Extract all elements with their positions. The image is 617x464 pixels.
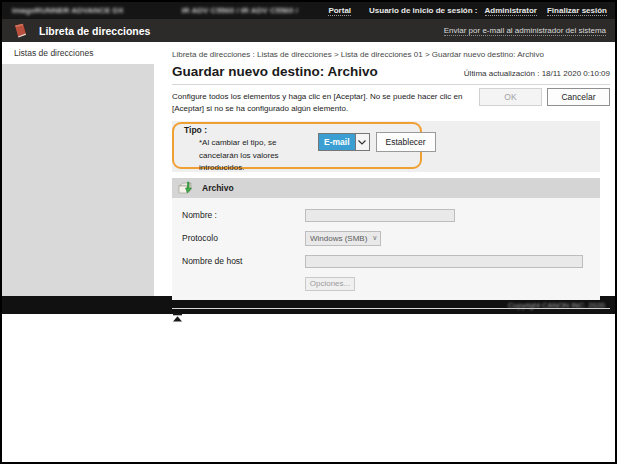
chevron-down-icon	[355, 134, 369, 150]
protocol-row: Protocolo Windows (SMB) ∨	[172, 231, 600, 245]
file-section-header: Archivo	[172, 178, 600, 198]
mail-to-admin-link[interactable]: Enviar por e-mail al administrador del s…	[444, 26, 606, 36]
portal-link[interactable]: Portal	[328, 6, 351, 16]
breadcrumb-root: Libreta de direcciones :	[172, 50, 255, 59]
login-user-name-link[interactable]: Administrator	[485, 6, 537, 16]
top-bar-links: Portal Usuario de inicio de sesión : Adm…	[328, 6, 607, 16]
options-button[interactable]: Opciones...	[305, 277, 355, 291]
type-note-line-2: cancelarán los valores	[199, 150, 279, 163]
type-note-line-1: *Al cambiar el tipo, se	[199, 137, 279, 150]
copyright-redacted: Copyright CANON INC. 2020	[508, 301, 605, 310]
sidebar-item-listas-de-direcciones[interactable]: Listas de direcciones	[2, 42, 154, 64]
breadcrumb-separator: >	[425, 50, 430, 59]
protocol-select[interactable]: Windows (SMB) ∨	[305, 231, 381, 246]
action-row: Configure todos los elementos y haga cli…	[172, 88, 610, 114]
file-section-title: Archivo	[202, 183, 234, 193]
host-row: Nombre de host	[172, 254, 600, 268]
breadcrumb: Libreta de direcciones : Listas de direc…	[172, 50, 610, 59]
empty-bottom-area	[2, 314, 615, 462]
type-note: *Al cambiar el tipo, se cancelarán los v…	[199, 137, 279, 175]
remote-ui-window: imageRUNNER ADVANCE DX iR ADV C5560 / iR…	[0, 0, 617, 464]
chevron-down-icon: ∨	[372, 234, 377, 242]
ok-button[interactable]: OK	[479, 88, 542, 106]
file-destination-box-icon	[177, 180, 193, 196]
title-divider	[172, 84, 610, 85]
last-updated-text: Última actualización : 18/11 2020 0:10:0…	[464, 69, 610, 78]
scroll-to-top-icon[interactable]	[172, 313, 184, 322]
protocol-select-value: Windows (SMB)	[310, 234, 367, 243]
sidebar: Listas de direcciones	[2, 42, 154, 296]
logout-link[interactable]: Finalizar sesión	[547, 6, 607, 16]
type-section: Tipo : *Al cambiar el tipo, se cancelará…	[172, 121, 600, 172]
device-name-redacted: iR ADV C5560 / iR ADV C5560 /	[182, 6, 298, 15]
address-book-icon	[11, 22, 29, 40]
device-model-redacted: imageRUNNER ADVANCE DX	[12, 6, 124, 15]
main-area: Listas de direcciones Libreta de direcci…	[2, 42, 615, 296]
cancel-button[interactable]: Cancelar	[547, 88, 610, 106]
host-label: Nombre de host	[172, 256, 305, 266]
set-button[interactable]: Establecer	[376, 132, 436, 152]
page-buttons: OK Cancelar	[479, 88, 610, 114]
type-controls: E-mail Establecer	[318, 132, 436, 152]
name-label: Nombre :	[172, 210, 305, 220]
content-pane: Libreta de direcciones : Listas de direc…	[154, 42, 617, 296]
app-bar: Libreta de direcciones Enviar por e-mail…	[2, 19, 615, 42]
title-row: Guardar nuevo destino: Archivo Última ac…	[172, 64, 610, 79]
type-note-line-3: introducidos.	[199, 162, 279, 175]
breadcrumb-link-address-list-01[interactable]: Lista de direcciones 01	[341, 50, 423, 59]
instructions-text: Configure todos los elementos y haga cli…	[172, 91, 462, 114]
type-label: Tipo :	[184, 125, 207, 135]
app-title: Libreta de direcciones	[39, 25, 150, 37]
instructions-line-1: Configure todos los elementos y haga cli…	[172, 91, 462, 103]
page-title: Guardar nuevo destino: Archivo	[172, 64, 378, 79]
protocol-label: Protocolo	[172, 233, 305, 243]
name-input[interactable]	[305, 209, 455, 222]
name-row: Nombre :	[172, 208, 600, 222]
top-bar: imageRUNNER ADVANCE DX iR ADV C5560 / iR…	[2, 2, 615, 19]
instructions-line-2: [Aceptar] si no se ha configurado algún …	[172, 103, 462, 115]
breadcrumb-current: Guardar nuevo destino: Archivo	[432, 50, 544, 59]
type-select-value: E-mail	[319, 134, 355, 150]
breadcrumb-separator: >	[334, 50, 339, 59]
file-form: Nombre : Protocolo Windows (SMB) ∨ Nombr…	[172, 198, 600, 300]
breadcrumb-link-address-lists[interactable]: Listas de direcciones	[257, 50, 332, 59]
host-input[interactable]	[305, 255, 583, 268]
login-user-label: Usuario de inicio de sesión :	[369, 6, 477, 15]
options-row: Opciones...	[172, 277, 600, 291]
type-select[interactable]: E-mail	[318, 133, 370, 151]
